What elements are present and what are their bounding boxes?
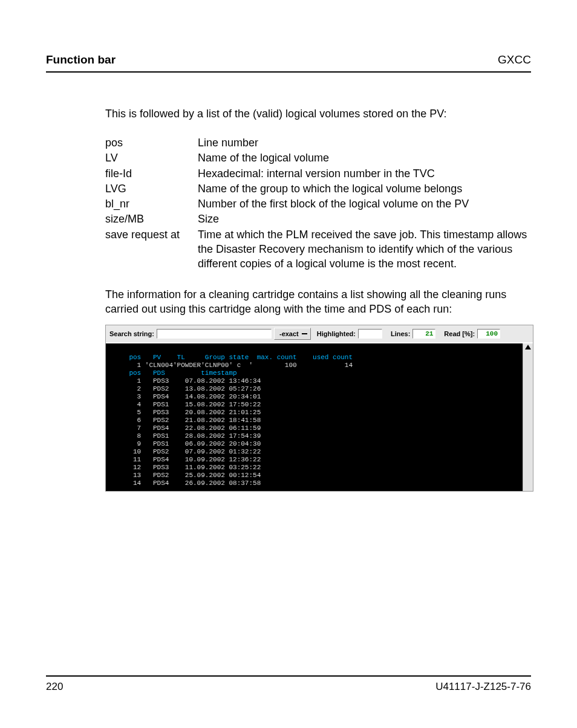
menu-indicator-icon — [302, 333, 307, 334]
definition-row: file-IdHexadecimal: internal version num… — [105, 166, 531, 181]
definition-row: LVName of the logical volume — [105, 151, 531, 165]
definition-desc: Number of the first block of the logical… — [198, 197, 531, 211]
read-label: Read [%]: — [444, 330, 475, 339]
definition-term: size/MB — [105, 212, 198, 226]
definition-desc: Name of the logical volume — [198, 151, 531, 165]
highlighted-label: Highlighted: — [317, 330, 356, 339]
page-footer: 220 U41117-J-Z125-7-76 — [46, 675, 531, 694]
page-number: 220 — [46, 680, 63, 694]
definition-row: posLine number — [105, 135, 531, 150]
definition-desc: Hexadecimal: internal version number in … — [198, 166, 531, 181]
definition-list: posLine numberLVName of the logical volu… — [105, 135, 531, 271]
definition-term: LV — [105, 151, 198, 165]
intro-paragraph: This is followed by a list of the (valid… — [105, 106, 531, 121]
read-display — [477, 329, 500, 339]
definition-desc: Name of the group to which the logical v… — [198, 181, 531, 196]
definition-term: pos — [105, 135, 198, 150]
lines-display — [412, 329, 435, 339]
page-header: Function bar GXCC — [46, 52, 531, 73]
definition-term: save request at — [105, 227, 198, 242]
terminal-output: pos PV TL Group state max. count used co… — [106, 343, 523, 491]
terminal-toolbar: Search string: -exact Highlighted: Lines… — [106, 325, 533, 343]
cleaning-paragraph: The information for a cleaning cartridge… — [105, 287, 531, 317]
definition-term: LVG — [105, 181, 198, 196]
search-input[interactable] — [157, 329, 272, 339]
lines-label: Lines: — [391, 330, 410, 339]
vertical-scrollbar[interactable] — [523, 343, 533, 491]
definition-term: file-Id — [105, 166, 198, 181]
exact-button-label: -exact — [279, 330, 299, 339]
terminal-panel: Search string: -exact Highlighted: Lines… — [105, 325, 533, 492]
highlighted-input[interactable] — [358, 329, 382, 339]
search-label: Search string: — [109, 330, 154, 339]
header-left: Function bar — [46, 52, 116, 68]
definition-desc: Size — [198, 212, 531, 226]
definition-row: bl_nrNumber of the first block of the lo… — [105, 197, 531, 211]
header-right: GXCC — [498, 52, 531, 68]
definition-desc: Time at which the PLM received the save … — [198, 227, 531, 271]
definition-row: save request atTime at which the PLM rec… — [105, 227, 531, 271]
scroll-up-icon[interactable] — [525, 345, 531, 349]
document-id: U41117-J-Z125-7-76 — [435, 680, 531, 694]
definition-term: bl_nr — [105, 197, 198, 211]
exact-button[interactable]: -exact — [274, 328, 311, 340]
definition-row: size/MBSize — [105, 212, 531, 226]
definition-desc: Line number — [198, 135, 531, 150]
definition-row: LVGName of the group to which the logica… — [105, 181, 531, 196]
